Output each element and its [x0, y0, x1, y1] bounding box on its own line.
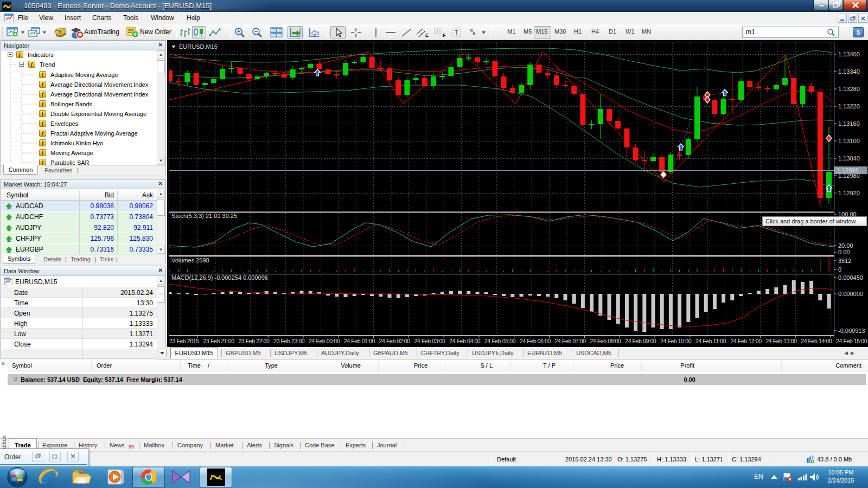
svg-text:24 Feb 10:00: 24 Feb 10:00: [660, 338, 692, 344]
svg-text:20.00: 20.00: [838, 242, 853, 249]
svg-text:24 Feb 12:00: 24 Feb 12:00: [731, 338, 762, 344]
svg-text:1.13220: 1.13220: [838, 103, 860, 110]
svg-text:1.13100: 1.13100: [838, 138, 860, 144]
svg-text:0: 0: [838, 266, 841, 273]
svg-text:0.000000: 0.000000: [838, 291, 863, 297]
svg-text:EURUSD,M15: EURUSD,M15: [179, 43, 218, 50]
svg-text:24 Feb 11:00: 24 Feb 11:00: [695, 338, 726, 344]
svg-text:23 Feb 21:00: 23 Feb 21:00: [203, 338, 235, 344]
svg-text:24 Feb 13:00: 24 Feb 13:00: [765, 338, 797, 344]
svg-text:1.13400: 1.13400: [838, 51, 860, 57]
svg-text:1.13160: 1.13160: [838, 120, 860, 127]
svg-text:24 Feb 05:00: 24 Feb 05:00: [484, 338, 516, 344]
svg-text:24 Feb 06:00: 24 Feb 06:00: [520, 338, 551, 344]
svg-text:T: T: [455, 29, 458, 36]
svg-text:3512: 3512: [838, 258, 851, 264]
svg-text:24 Feb 14:00: 24 Feb 14:00: [801, 338, 832, 344]
svg-text:24 Feb 08:00: 24 Feb 08:00: [590, 338, 621, 344]
svg-text:1.12920: 1.12920: [838, 190, 860, 196]
svg-text:23 Feb 2015: 23 Feb 2015: [169, 338, 199, 344]
svg-text:1.13340: 1.13340: [838, 68, 860, 75]
svg-text:24 Feb 02:00: 24 Feb 02:00: [379, 338, 411, 344]
svg-text:24 Feb 15:00: 24 Feb 15:00: [836, 338, 867, 344]
svg-text:24 Feb 00:00: 24 Feb 00:00: [309, 338, 340, 344]
svg-text:0.00: 0.00: [838, 249, 850, 255]
svg-text:1.12998: 1.12998: [837, 167, 859, 174]
svg-text:24 Feb 01:00: 24 Feb 01:00: [344, 338, 375, 344]
svg-text:MACD(12,26,9) -0.000254 0.0000: MACD(12,26,9) -0.000254 0.000096: [171, 274, 268, 281]
svg-text:E: E: [425, 33, 429, 38]
svg-text:Stoch(5,3,3) 21.01 30.25: Stoch(5,3,3) 21.01 30.25: [171, 213, 237, 219]
svg-text:24 Feb 07:00: 24 Feb 07:00: [555, 338, 586, 344]
svg-text:Volumes 2598: Volumes 2598: [171, 257, 209, 264]
svg-text:1.13280: 1.13280: [838, 86, 860, 92]
svg-text:24 Feb 03:00: 24 Feb 03:00: [414, 338, 445, 344]
svg-text:24 Feb 09:00: 24 Feb 09:00: [625, 338, 656, 344]
svg-text:F: F: [443, 33, 446, 38]
svg-text:-0.000913: -0.000913: [838, 328, 865, 334]
svg-text:e: e: [41, 468, 49, 487]
svg-text:1.13040: 1.13040: [838, 155, 860, 162]
svg-text:23 Feb 22:00: 23 Feb 22:00: [238, 338, 270, 344]
svg-text:23 Feb 23:00: 23 Feb 23:00: [273, 338, 305, 344]
svg-text:0.000450: 0.000450: [838, 274, 863, 281]
svg-text:24 Feb 04:00: 24 Feb 04:00: [449, 338, 481, 344]
